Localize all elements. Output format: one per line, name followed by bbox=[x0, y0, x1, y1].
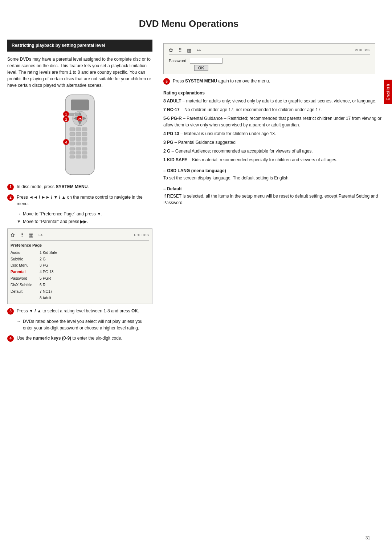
menu-right-items: 1 Kid Safe 2 G 3 PG 4 PG 13 5 PGR 6 R 7 … bbox=[40, 250, 57, 301]
rating-8: 8 Adult bbox=[40, 295, 57, 301]
menu-icons: ✿ ⠿ ▦ ↦ bbox=[11, 231, 43, 239]
svg-rect-11 bbox=[70, 142, 75, 145]
sub-step-2-text: Move to "Parental" and press ▶▶. bbox=[23, 218, 88, 225]
rating-3: 3 PG bbox=[40, 262, 57, 269]
svg-rect-4 bbox=[82, 127, 87, 131]
svg-rect-12 bbox=[76, 142, 81, 145]
rating-pg13: 4 PG 13 – Material is unsuitable for chi… bbox=[163, 130, 385, 137]
svg-rect-9 bbox=[76, 137, 81, 141]
svg-rect-7 bbox=[82, 132, 87, 136]
svg-rect-26 bbox=[70, 151, 75, 154]
arrow-right-icon: → bbox=[17, 211, 21, 217]
svg-rect-24 bbox=[76, 147, 81, 150]
password-box: ✿ ⠿ ▦ ↦ PHILIPS Password OK bbox=[163, 43, 375, 74]
svg-text:4: 4 bbox=[65, 141, 67, 144]
menu-section-title: Preference Page bbox=[11, 242, 149, 249]
menu-box-header: ✿ ⠿ ▦ ↦ PHILIPS bbox=[11, 231, 149, 241]
rating-pgr-bold: 5-6 PG-R bbox=[163, 116, 182, 121]
osd-title: – OSD LANG (menu language) bbox=[163, 168, 385, 173]
default-section: – Default If RESET is selected, all the … bbox=[163, 186, 385, 206]
svg-rect-10 bbox=[82, 137, 87, 141]
svg-rect-29 bbox=[70, 155, 75, 158]
step-3-sub-text: DVDs rated above the level you select wi… bbox=[23, 318, 152, 331]
rating-pg13-bold: 4 PG 13 bbox=[163, 131, 179, 136]
menu-box: ✿ ⠿ ▦ ↦ PHILIPS Preference Page Audio Su… bbox=[7, 228, 152, 304]
svg-rect-25 bbox=[82, 147, 87, 150]
step-2-bold: ◄◄ / ►► / ▼ / ▲ bbox=[29, 195, 66, 200]
menu-item-subtitle: Subtitle bbox=[11, 256, 32, 263]
rating-kidsafe-bold: 1 KID SAFE bbox=[163, 157, 187, 162]
step-3-arrow: → bbox=[17, 318, 21, 325]
rating-1: 1 Kid Safe bbox=[40, 250, 57, 256]
osd-body: To set the screen display language. The … bbox=[163, 175, 385, 181]
step-5-num: 5 bbox=[163, 78, 170, 85]
rating-6: 6 R bbox=[40, 282, 57, 288]
svg-rect-6 bbox=[76, 132, 81, 136]
svg-rect-23 bbox=[70, 147, 75, 150]
menu-item-password: Password bbox=[11, 275, 32, 282]
pwd-menu-icons: ✿ ⠿ ▦ ↦ bbox=[169, 47, 201, 53]
svg-rect-13 bbox=[82, 142, 87, 145]
step-2-content: Press ◄◄ / ►► / ▼ / ▲ on the remote cont… bbox=[17, 194, 152, 207]
menu-item-divx: DivX Subtitle bbox=[11, 282, 32, 288]
menu-item-default: Default bbox=[11, 288, 32, 295]
step-4-bold: numeric keys (0-9) bbox=[33, 336, 71, 341]
menu-items-area: Audio Subtitle Disc Menu Parental Passwo… bbox=[11, 250, 149, 301]
pwd-gear-icon: ✿ bbox=[169, 47, 173, 53]
sub-step-1: → Move to "Preference Page" and press ▼. bbox=[17, 211, 152, 217]
step-1-num: 1 bbox=[7, 184, 14, 190]
step-5-content: Press SYSTEM MENU again to remove the me… bbox=[173, 78, 270, 84]
rating-pgr: 5-6 PG-R – Parental Guidance – Restricte… bbox=[163, 115, 385, 128]
svg-rect-28 bbox=[82, 151, 87, 154]
right-column: ✿ ⠿ ▦ ↦ PHILIPS Password OK 5 bbox=[160, 40, 385, 345]
pwd-arrow-icon: ↦ bbox=[197, 47, 201, 53]
step-2-num: 2 bbox=[7, 194, 14, 201]
pwd-grid-icon: ▦ bbox=[187, 47, 192, 53]
rating-7: 7 NC17 bbox=[40, 288, 57, 295]
svg-rect-3 bbox=[76, 127, 81, 131]
pwd-row: Password bbox=[169, 58, 370, 64]
step-1-content: In disc mode, press SYSTEM MENU. bbox=[17, 183, 152, 190]
pwd-label: Password bbox=[169, 58, 186, 63]
page-container: English DVD Menu Operations Restricting … bbox=[0, 0, 392, 555]
rating-4: 4 PG 13 bbox=[40, 269, 57, 275]
svg-rect-30 bbox=[76, 155, 81, 158]
sub-step-1-text: Move to "Preference Page" and press ▼. bbox=[23, 211, 102, 217]
menu-item-discmenu: Disc Menu bbox=[11, 262, 32, 269]
menu-left-items: Audio Subtitle Disc Menu Parental Passwo… bbox=[11, 250, 32, 301]
menu-item-audio: Audio bbox=[11, 250, 32, 256]
rating-section-title: Rating explanations bbox=[163, 90, 385, 96]
page-number: 31 bbox=[366, 535, 370, 540]
step-1-bold: SYSTEM MENU bbox=[56, 184, 87, 189]
svg-rect-27 bbox=[76, 151, 81, 154]
step-2: 2 Press ◄◄ / ►► / ▼ / ▲ on the remote co… bbox=[7, 194, 152, 207]
svg-rect-2 bbox=[70, 127, 75, 131]
dots-icon: ⠿ bbox=[20, 231, 24, 239]
default-title: – Default bbox=[163, 186, 385, 191]
svg-text:2: 2 bbox=[65, 118, 67, 121]
step-4-num: 4 bbox=[7, 335, 14, 342]
step-5: 5 Press SYSTEM MENU again to remove the … bbox=[163, 78, 385, 85]
pwd-dots-icon: ⠿ bbox=[178, 47, 182, 53]
pwd-field[interactable] bbox=[190, 58, 222, 64]
rating-adult: 8 ADULT – material for adults only; view… bbox=[163, 98, 385, 104]
arrow-icon: ↦ bbox=[38, 231, 43, 239]
step-4-content: Use the numeric keys (0-9) to enter the … bbox=[17, 335, 152, 341]
svg-rect-5 bbox=[70, 132, 75, 136]
rating-g-bold: 2 G bbox=[163, 149, 170, 154]
step-3-bold1: ▼ / ▲ bbox=[29, 308, 41, 313]
default-body: If RESET is selected, all the items in t… bbox=[163, 193, 385, 206]
rating-nc17: 7 NC-17 – No children under age 17; not … bbox=[163, 106, 385, 113]
ok-button[interactable]: OK bbox=[194, 65, 208, 71]
step-5-bold: SYSTEM MENU bbox=[185, 78, 217, 84]
rating-nc17-bold: 7 NC-17 bbox=[163, 107, 180, 112]
svg-rect-8 bbox=[70, 137, 75, 141]
step-3-content: Press ▼ / ▲ to select a rating level bet… bbox=[17, 308, 152, 314]
menu-brand: PHILIPS bbox=[134, 232, 149, 238]
step-4: 4 Use the numeric keys (0-9) to enter th… bbox=[7, 335, 152, 342]
svg-rect-22 bbox=[75, 113, 79, 116]
left-column: Restricting playback by setting parental… bbox=[7, 40, 160, 345]
step-3: 3 Press ▼ / ▲ to select a rating level b… bbox=[7, 308, 152, 315]
rating-g: 2 G – General Audience; recommended as a… bbox=[163, 148, 385, 154]
remote-svg: OK bbox=[45, 93, 114, 177]
